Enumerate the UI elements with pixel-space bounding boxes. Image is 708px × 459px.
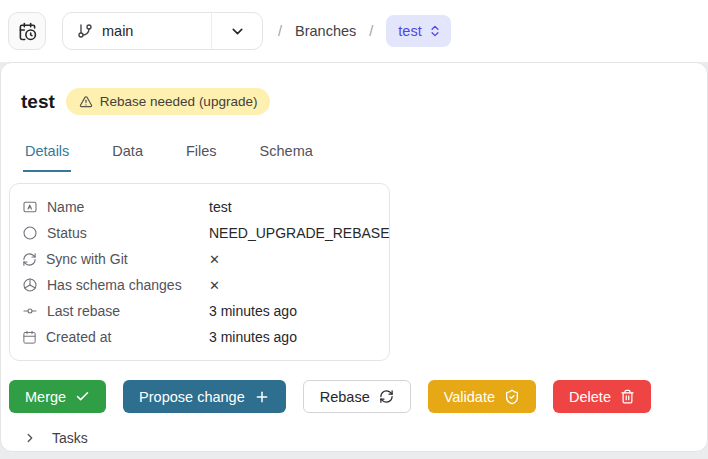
merge-button-label: Merge (25, 389, 66, 405)
delete-button[interactable]: Delete (553, 380, 651, 413)
breadcrumb-branch-select[interactable]: test (386, 15, 450, 47)
detail-label: Sync with Git (46, 251, 128, 267)
tab-data[interactable]: Data (110, 135, 145, 172)
breadcrumb: / Branches / test (278, 15, 451, 47)
detail-row-name: Name test (10, 194, 389, 220)
detail-row-schema-changes: Has schema changes ✕ (10, 272, 389, 298)
page-title: test (21, 91, 55, 113)
validate-button[interactable]: Validate (428, 380, 536, 413)
refresh-icon (379, 389, 394, 404)
detail-row-created-at: Created at 3 minutes ago (10, 324, 389, 350)
detail-value: ✕ (209, 278, 220, 293)
rebase-warning-badge: Rebase needed (upgrade) (66, 88, 271, 115)
detail-row-last-rebase: Last rebase 3 minutes ago (10, 298, 389, 324)
rebase-warning-text: Rebase needed (upgrade) (100, 94, 258, 109)
branch-selector-value: main (102, 23, 133, 39)
calendar-icon (22, 330, 37, 345)
tasks-collapsible[interactable]: Tasks (23, 430, 707, 446)
chevron-right-icon (23, 431, 37, 445)
trash-icon (620, 389, 635, 404)
detail-value: ✕ (209, 252, 220, 267)
chevrons-up-down-icon (428, 24, 442, 38)
detail-value: test (209, 199, 232, 215)
branch-detail-panel: test Rebase needed (upgrade) Details Dat… (0, 62, 708, 452)
detail-row-status: Status NEED_UPGRADE_REBASE (10, 220, 389, 246)
chevron-down-icon (229, 23, 246, 40)
detail-value: NEED_UPGRADE_REBASE (209, 225, 390, 241)
detail-label: Has schema changes (47, 277, 182, 293)
detail-label: Created at (46, 329, 111, 345)
history-button[interactable] (8, 12, 46, 50)
tasks-label: Tasks (52, 430, 88, 446)
action-buttons: Merge Propose change Rebase (9, 380, 699, 413)
rebase-button[interactable]: Rebase (303, 380, 411, 413)
status-circle-icon (22, 225, 38, 241)
detail-label: Status (47, 225, 87, 241)
commit-icon (22, 303, 38, 319)
name-badge-icon (22, 199, 38, 215)
title-row: test Rebase needed (upgrade) (21, 88, 707, 115)
sync-icon (22, 252, 37, 267)
propose-change-button[interactable]: Propose change (123, 380, 286, 413)
breadcrumb-separator: / (369, 23, 373, 39)
branch-selector[interactable]: main (62, 12, 263, 50)
breadcrumb-branch-label: test (398, 23, 421, 39)
alert-triangle-icon (79, 95, 93, 109)
shield-check-icon (504, 389, 520, 405)
rebase-button-label: Rebase (320, 389, 370, 405)
detail-value: 3 minutes ago (209, 303, 297, 319)
delete-button-label: Delete (569, 389, 611, 405)
tab-files[interactable]: Files (184, 135, 219, 172)
branch-details-card: Name test Status NEED_UPGRADE_REBASE (9, 183, 390, 361)
detail-row-sync: Sync with Git ✕ (10, 246, 389, 272)
breadcrumb-separator: / (278, 23, 282, 39)
top-bar: main / Branches / test (0, 0, 708, 62)
tab-details[interactable]: Details (23, 135, 71, 172)
validate-button-label: Validate (444, 389, 495, 405)
breadcrumb-section[interactable]: Branches (295, 23, 356, 39)
detail-label: Name (47, 199, 84, 215)
branch-selector-caret[interactable] (211, 13, 262, 49)
detail-label: Last rebase (47, 303, 120, 319)
merge-button[interactable]: Merge (9, 380, 106, 413)
check-icon (75, 389, 90, 404)
plus-icon (254, 389, 270, 405)
schema-sphere-icon (22, 277, 38, 293)
tab-schema[interactable]: Schema (258, 135, 315, 172)
git-branch-icon (77, 23, 93, 39)
calendar-clock-icon (18, 22, 37, 41)
detail-value: 3 minutes ago (209, 329, 297, 345)
tab-bar: Details Data Files Schema (1, 135, 707, 172)
propose-change-label: Propose change (139, 389, 245, 405)
